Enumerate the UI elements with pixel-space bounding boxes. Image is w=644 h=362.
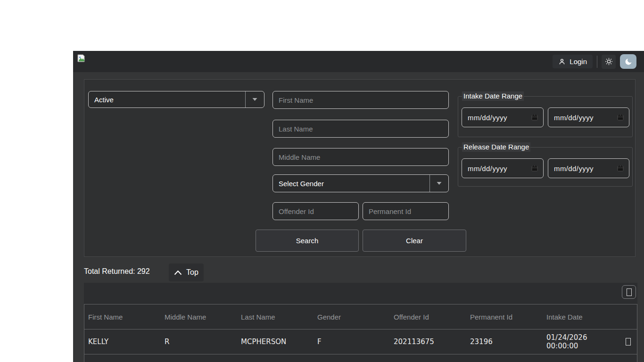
calendar-icon	[617, 114, 624, 121]
table-row[interactable]: KELLY R MCPHERSON F 202113675 23196 01/2…	[84, 329, 637, 354]
date-placeholder: mm/dd/yyyy	[468, 165, 507, 173]
status-select[interactable]: Active	[88, 91, 264, 108]
person-icon	[558, 58, 566, 66]
date-placeholder: mm/dd/yyyy	[554, 114, 594, 122]
broken-image-icon	[77, 54, 86, 63]
navbar-actions: Login	[553, 51, 636, 72]
col-header-offender-id[interactable]: Offender Id	[390, 313, 466, 321]
search-button[interactable]: Search	[256, 230, 359, 252]
col-header-intake-date[interactable]: Intake Date	[543, 313, 619, 321]
total-returned-text: Total Returned: 292	[84, 267, 150, 276]
permanent-id-input[interactable]	[363, 202, 449, 220]
cell-gender: F	[314, 337, 390, 346]
date-placeholder: mm/dd/yyyy	[468, 114, 507, 122]
release-date-range-label: Release Date Range	[462, 142, 530, 152]
scroll-to-top-button[interactable]: Top	[169, 263, 204, 281]
col-header-permanent-id[interactable]: Permanent Id	[466, 313, 543, 321]
gender-select[interactable]: Select Gender	[272, 174, 449, 192]
col-header-gender[interactable]: Gender	[314, 313, 390, 321]
search-panel: Active Select Gender Search Clear Intake…	[84, 79, 636, 257]
last-name-input[interactable]	[272, 120, 449, 138]
release-start-date-input[interactable]: mm/dd/yyyy	[462, 158, 544, 178]
app-window: Login	[73, 51, 644, 362]
col-header-first-name[interactable]: First Name	[84, 313, 161, 321]
table-toolbar	[84, 283, 637, 304]
row-action-button[interactable]	[619, 338, 637, 346]
intake-date-range-label: Intake Date Range	[462, 91, 524, 101]
clear-button[interactable]: Clear	[363, 230, 466, 252]
middle-name-input[interactable]	[272, 148, 449, 166]
dark-theme-button[interactable]	[620, 54, 636, 69]
top-button-label: Top	[186, 268, 198, 277]
results-table: First Name Middle Name Last Name Gender …	[84, 283, 637, 362]
date-placeholder: mm/dd/yyyy	[554, 165, 594, 173]
release-end-date-input[interactable]: mm/dd/yyyy	[548, 158, 629, 178]
cell-offender-id: 202113675	[390, 337, 466, 346]
top-navbar: Login	[73, 51, 644, 72]
offender-id-input[interactable]	[272, 202, 359, 220]
table-row[interactable]: TERRIE CROCKER F 202113674 142188 01/23/…	[84, 354, 637, 362]
sun-icon	[604, 57, 613, 66]
cell-intake-date: 01/24/2026 00:00:00	[543, 333, 619, 350]
calendar-icon	[531, 114, 538, 121]
intake-date-range-group: Intake Date Range mm/dd/yyyy mm/dd/yyyy	[458, 96, 633, 137]
calendar-icon	[617, 165, 624, 172]
login-label: Login	[570, 58, 587, 66]
col-header-middle-name[interactable]: Middle Name	[161, 313, 237, 321]
chevron-down-icon	[246, 91, 264, 107]
intake-start-date-input[interactable]: mm/dd/yyyy	[462, 107, 544, 127]
calendar-icon	[531, 165, 538, 172]
table-header-row: First Name Middle Name Last Name Gender …	[84, 304, 637, 329]
moon-icon	[624, 58, 633, 66]
chevron-down-icon	[430, 175, 448, 192]
navbar-divider	[597, 56, 597, 68]
cell-first-name: KELLY	[84, 337, 161, 346]
col-header-last-name[interactable]: Last Name	[237, 313, 314, 321]
cell-last-name: MCPHERSON	[237, 337, 314, 346]
first-name-input[interactable]	[272, 91, 449, 109]
maximize-table-button[interactable]	[622, 285, 636, 299]
status-select-value: Active	[89, 91, 245, 107]
missing-glyph-icon	[626, 338, 631, 346]
missing-glyph-icon	[627, 288, 632, 296]
chevron-up-icon	[174, 270, 182, 275]
login-button[interactable]: Login	[553, 55, 593, 68]
release-date-range-group: Release Date Range mm/dd/yyyy mm/dd/yyyy	[458, 147, 633, 187]
intake-end-date-input[interactable]: mm/dd/yyyy	[548, 107, 629, 127]
gender-select-value: Select Gender	[273, 175, 429, 192]
cell-permanent-id: 23196	[466, 337, 543, 346]
table-grid: First Name Middle Name Last Name Gender …	[84, 304, 637, 362]
light-theme-button[interactable]	[602, 55, 616, 69]
cell-middle-name: R	[161, 337, 237, 346]
